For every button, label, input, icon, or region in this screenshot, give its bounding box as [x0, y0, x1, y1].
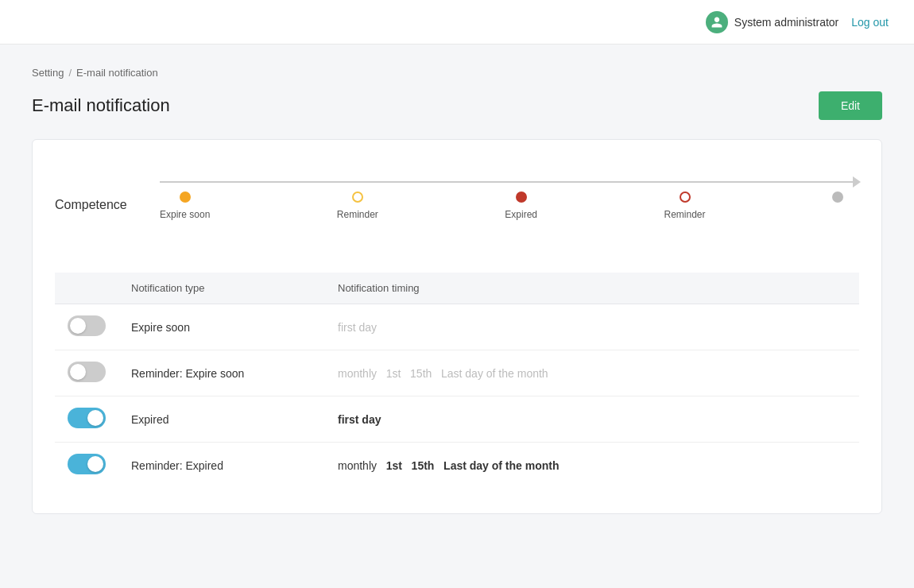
timeline-label-expired: Expired: [505, 209, 537, 220]
table-row: Expired first day: [55, 397, 859, 443]
toggle-knob: [87, 456, 103, 472]
notification-table: Notification type Notification timing: [55, 273, 859, 488]
toggle-cell-expired: [55, 397, 118, 443]
timing-text-expired: first day: [338, 413, 381, 426]
breadcrumb: Setting / E-mail notification: [32, 67, 882, 79]
col-header-type: Notification type: [118, 273, 325, 304]
table-row: Reminder: Expired monthly 1st 15th Last …: [55, 443, 859, 489]
toggle-reminder-expired[interactable]: [68, 454, 106, 474]
timing-monthly-inactive: monthly 1st 15th Last day of the month: [338, 367, 548, 380]
timeline-label-reminder-2: Reminder: [664, 209, 706, 220]
edit-button[interactable]: Edit: [819, 91, 882, 120]
top-bar: System administrator Log out: [0, 0, 914, 44]
timeline-nodes: Expire soon Reminder Expired Reminder: [160, 181, 859, 220]
toggle-slider: [68, 362, 106, 382]
timeline-label-expire-soon: Expire soon: [160, 209, 210, 220]
competence-label: Competence: [55, 198, 134, 212]
toggle-slider: [68, 454, 106, 474]
timeline-node-end: [832, 181, 843, 220]
user-info: System administrator Log out: [706, 11, 889, 33]
page-title: E-mail notification: [32, 95, 170, 116]
col-header-toggle: [55, 273, 118, 304]
col-header-timing: Notification timing: [325, 273, 859, 304]
breadcrumb-current: E-mail notification: [76, 67, 158, 79]
toggle-reminder-expire[interactable]: [68, 362, 106, 382]
competence-section: Competence Expire soon Reminder E: [55, 165, 859, 244]
timeline-node-expired: Expired: [505, 181, 537, 220]
logout-link[interactable]: Log out: [851, 16, 889, 29]
table-row: Expire soon first day: [55, 304, 859, 350]
timing-text-expire-soon: first day: [338, 321, 377, 334]
dot-end: [832, 191, 843, 203]
toggle-cell-reminder-expired: [55, 443, 118, 489]
user-name-label: System administrator: [734, 16, 838, 29]
timeline-node-expire-soon: Expire soon: [160, 181, 210, 220]
dot-expired: [516, 191, 527, 203]
timeline-wrapper: Expire soon Reminder Expired Reminder: [160, 165, 859, 244]
toggle-cell-expire-soon: [55, 304, 118, 350]
toggle-expire-soon[interactable]: [68, 315, 106, 336]
page-header: E-mail notification Edit: [32, 91, 882, 120]
timing-monthly-active: monthly 1st 15th Last day of the month: [338, 459, 560, 472]
type-cell-expired: Expired: [118, 397, 325, 443]
toggle-knob: [87, 410, 103, 426]
dot-reminder-2: [680, 191, 691, 203]
timeline-node-reminder-2: Reminder: [664, 181, 706, 220]
timing-cell-reminder-expired: monthly 1st 15th Last day of the month: [325, 443, 859, 489]
breadcrumb-parent: Setting: [32, 67, 64, 79]
table-header-row: Notification type Notification timing: [55, 273, 859, 304]
timeline-label-reminder-1: Reminder: [337, 209, 378, 220]
toggle-knob: [70, 364, 86, 380]
type-cell-reminder-expired: Reminder: Expired: [118, 443, 325, 489]
table-row: Reminder: Expire soon monthly 1st 15th L…: [55, 350, 859, 397]
toggle-expired[interactable]: [68, 408, 106, 428]
dot-reminder-1: [352, 191, 363, 203]
timing-cell-reminder-expire: monthly 1st 15th Last day of the month: [325, 350, 859, 397]
timeline-node-reminder-1: Reminder: [337, 181, 378, 220]
user-avatar-icon: [706, 11, 728, 33]
timing-cell-expired: first day: [325, 397, 859, 443]
toggle-knob: [70, 318, 86, 334]
page-content: Setting / E-mail notification E-mail not…: [0, 44, 914, 536]
main-card: Competence Expire soon Reminder E: [32, 139, 882, 514]
breadcrumb-separator: /: [68, 67, 72, 79]
type-cell-expire-soon: Expire soon: [118, 304, 325, 350]
dot-expire-soon: [180, 191, 191, 203]
type-cell-reminder-expire: Reminder: Expire soon: [118, 350, 325, 397]
toggle-slider: [68, 315, 106, 336]
toggle-slider: [68, 408, 106, 428]
timing-cell-expire-soon: first day: [325, 304, 859, 350]
toggle-cell-reminder-expire: [55, 350, 118, 397]
